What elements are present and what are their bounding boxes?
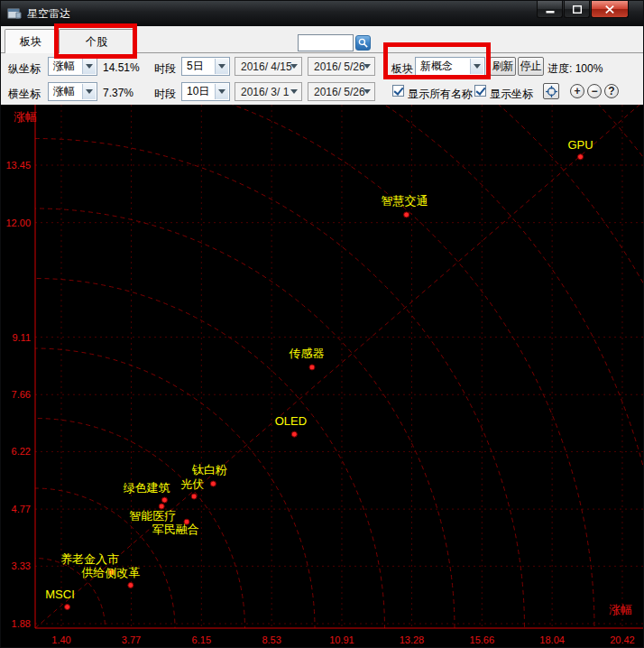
x-metric-value: 涨幅 bbox=[53, 84, 75, 99]
chevron-down-icon[interactable] bbox=[82, 84, 96, 99]
x-axis-title: 涨幅 bbox=[609, 603, 632, 616]
data-point[interactable] bbox=[291, 431, 297, 437]
date-end-value-1: 2016/ 5/26 bbox=[314, 60, 365, 73]
help-icon: ? bbox=[608, 86, 614, 97]
data-point[interactable] bbox=[309, 365, 315, 370]
period-select-2[interactable]: 10日 bbox=[181, 82, 230, 101]
show-coords-label: 显示坐标 bbox=[490, 87, 533, 102]
period-value-2: 10日 bbox=[187, 84, 209, 99]
y-tick-label: 6.22 bbox=[12, 446, 31, 457]
date-end-picker-2[interactable]: 2016/ 5/26 bbox=[308, 82, 375, 101]
data-point[interactable] bbox=[210, 481, 216, 486]
period-label-2: 时段 bbox=[154, 87, 176, 102]
data-point[interactable] bbox=[578, 154, 584, 160]
show-coords-checkbox[interactable] bbox=[474, 85, 486, 97]
data-point-label: 智能医疗 bbox=[129, 509, 176, 523]
maximize-button[interactable] bbox=[564, 1, 590, 18]
y-tick-label: 9.11 bbox=[12, 332, 31, 343]
x-tick-label: 13.28 bbox=[400, 634, 425, 645]
period-label-1: 时段 bbox=[154, 61, 176, 77]
y-metric-percent: 14.51% bbox=[103, 61, 140, 74]
data-point[interactable] bbox=[161, 497, 167, 503]
data-point-label: 智慧交通 bbox=[382, 194, 428, 208]
show-all-names-checkbox[interactable] bbox=[392, 85, 404, 97]
zoom-in-button[interactable]: + bbox=[570, 84, 584, 98]
x-tick-label: 20.42 bbox=[610, 634, 635, 645]
sector-value: 新概念 bbox=[420, 59, 453, 74]
x-metric-select[interactable]: 涨幅 bbox=[48, 82, 97, 101]
crosshair-icon bbox=[546, 86, 557, 97]
progress-text: 进度: 100% bbox=[547, 61, 603, 77]
chevron-down-icon bbox=[290, 89, 298, 94]
y-axis-setting-label: 纵坐标 bbox=[8, 61, 41, 77]
x-tick-label: 18.04 bbox=[539, 634, 565, 645]
data-point-label: 钛白粉 bbox=[191, 463, 227, 477]
x-tick-label: 15.66 bbox=[470, 634, 495, 645]
x-metric-percent: 7.37% bbox=[103, 87, 133, 99]
search-input[interactable] bbox=[298, 34, 354, 51]
chevron-down-icon bbox=[363, 64, 371, 69]
locate-button[interactable] bbox=[543, 83, 559, 99]
y-metric-select[interactable]: 涨幅 bbox=[48, 57, 97, 76]
radar-arc bbox=[1, 348, 315, 648]
x-tick-label: 8.53 bbox=[262, 634, 281, 645]
app-icon bbox=[7, 7, 22, 20]
y-tick-label: 7.66 bbox=[12, 389, 31, 400]
data-point[interactable] bbox=[128, 582, 133, 588]
refresh-button[interactable]: 刷新 bbox=[490, 57, 516, 76]
data-point-label: GPU bbox=[567, 138, 593, 152]
minimize-icon bbox=[546, 5, 555, 14]
show-all-names-label: 显示所有名称 bbox=[408, 87, 473, 102]
data-point-label: OLED bbox=[275, 414, 307, 428]
search-icon bbox=[358, 38, 368, 48]
y-metric-value: 涨幅 bbox=[53, 59, 75, 74]
radar-arc bbox=[1, 139, 525, 648]
data-point-label: 光伏 bbox=[180, 477, 204, 491]
date-end-picker-1[interactable]: 2016/ 5/26 bbox=[308, 57, 375, 76]
date-start-value-2: 2016/ 3/ 1 bbox=[241, 86, 289, 98]
y-tick-label: 1.88 bbox=[12, 618, 31, 629]
date-start-picker-2[interactable]: 2016/ 3/ 1 bbox=[235, 82, 302, 101]
x-tick-label: 10.91 bbox=[329, 634, 354, 645]
data-point[interactable] bbox=[191, 494, 197, 499]
zoom-out-icon: − bbox=[591, 86, 597, 97]
y-tick-label: 12.00 bbox=[5, 218, 31, 228]
period-select-1[interactable]: 5日 bbox=[181, 57, 230, 76]
x-tick-label: 3.77 bbox=[122, 634, 141, 645]
zoom-in-icon: + bbox=[574, 86, 580, 97]
scatter-chart-svg[interactable]: 1.403.776.158.5310.9113.2815.6618.0420.4… bbox=[1, 105, 644, 648]
stop-button[interactable]: 停止 bbox=[518, 57, 544, 76]
data-point[interactable] bbox=[404, 212, 409, 218]
close-icon bbox=[605, 5, 614, 14]
date-start-picker-1[interactable]: 2016/ 4/15 bbox=[235, 57, 302, 76]
zoom-out-button[interactable]: − bbox=[587, 84, 602, 98]
radar-arc bbox=[1, 419, 245, 648]
chevron-down-icon bbox=[290, 64, 298, 69]
x-tick-label: 1.40 bbox=[51, 634, 70, 645]
close-button[interactable] bbox=[591, 1, 629, 18]
x-tick-label: 6.15 bbox=[192, 634, 211, 645]
data-point[interactable] bbox=[65, 605, 70, 610]
radar-arc bbox=[1, 208, 455, 648]
help-button[interactable]: ? bbox=[604, 84, 619, 98]
chevron-down-icon[interactable] bbox=[470, 59, 483, 74]
data-point-label: 军民融合 bbox=[152, 523, 199, 536]
radar-diagonal bbox=[35, 105, 639, 628]
chevron-down-icon[interactable] bbox=[82, 59, 96, 74]
data-point-label: 养老金入市 bbox=[60, 552, 119, 566]
tab-sector[interactable]: 板块 bbox=[5, 29, 57, 53]
chevron-down-icon[interactable] bbox=[215, 59, 228, 74]
maximize-icon bbox=[573, 5, 582, 14]
titlebar[interactable]: 星空雷达 bbox=[1, 1, 643, 26]
chevron-down-icon bbox=[363, 89, 371, 94]
sector-label: 板块 bbox=[391, 61, 413, 77]
window-title: 星空雷达 bbox=[27, 6, 70, 22]
search-button[interactable] bbox=[355, 35, 371, 51]
data-point-label: 传感器 bbox=[288, 347, 324, 360]
sector-select[interactable]: 新概念 bbox=[415, 57, 485, 76]
minimize-button[interactable] bbox=[537, 1, 563, 18]
chevron-down-icon[interactable] bbox=[215, 84, 228, 99]
scatter-chart[interactable]: 1.403.776.158.5310.9113.2815.6618.0420.4… bbox=[1, 105, 644, 648]
tab-stock[interactable]: 个股 bbox=[59, 29, 134, 53]
period-value-1: 5日 bbox=[187, 59, 204, 74]
